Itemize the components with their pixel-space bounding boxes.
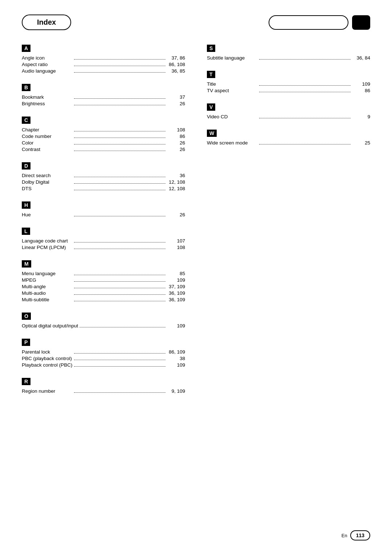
entry-name: Menu language xyxy=(22,271,73,276)
entry-dots xyxy=(74,366,166,367)
index-entry: Linear PCM (LPCM)108 xyxy=(22,245,185,250)
entry-page: 86 xyxy=(352,88,370,93)
index-entry: Video CD9 xyxy=(207,114,370,119)
entry-page: 109 xyxy=(352,81,370,87)
entry-name: Bookmark xyxy=(22,94,73,100)
section-letter-b: B xyxy=(22,84,30,91)
section-letter-r: R xyxy=(22,378,30,385)
entry-page: 36, 85 xyxy=(167,68,185,74)
entry-dots xyxy=(74,72,166,73)
header-black-box xyxy=(352,15,370,30)
entry-page: 109 xyxy=(167,277,185,283)
entry-name: Optical digital output/input xyxy=(22,323,78,328)
section-letter-l: L xyxy=(22,228,30,235)
index-entry: Direct search36 xyxy=(22,173,185,178)
index-entry: Chapter108 xyxy=(22,127,185,132)
section-letter-s: S xyxy=(207,45,215,52)
entry-dots xyxy=(74,242,166,242)
header-pill xyxy=(269,15,348,30)
entry-page: 109 xyxy=(167,323,185,328)
entry-page: 9, 109 xyxy=(167,388,185,394)
index-title: Index xyxy=(22,15,71,30)
entry-dots xyxy=(74,294,166,295)
entry-page: 86, 109 xyxy=(167,349,185,355)
entry-page: 86 xyxy=(167,134,185,139)
entry-dots xyxy=(74,59,166,60)
entry-page: 36, 109 xyxy=(167,290,185,296)
entry-dots xyxy=(259,118,351,118)
entry-page: 86, 108 xyxy=(167,62,185,67)
entry-page: 26 xyxy=(167,140,185,146)
entry-page: 109 xyxy=(167,362,185,368)
entry-name: Code number xyxy=(22,134,73,139)
section-b: BBookmark37Brightness26 xyxy=(22,84,185,106)
section-o: OOptical digital output/input109 xyxy=(22,313,185,328)
entry-name: Multi-subtitle xyxy=(22,297,73,302)
index-entry: Bookmark37 xyxy=(22,94,185,100)
index-entry: Wide screen mode25 xyxy=(207,140,370,146)
section-l: LLanguage code chart107Linear PCM (LPCM)… xyxy=(22,228,185,250)
section-letter-c: C xyxy=(22,117,30,124)
entry-name: Brightness xyxy=(22,101,73,106)
entry-name: Contrast xyxy=(22,147,73,152)
entry-page: 37, 86 xyxy=(167,55,185,61)
entry-page: 26 xyxy=(167,101,185,106)
entry-dots xyxy=(74,144,166,144)
entry-name: DTS xyxy=(22,186,73,191)
entry-dots xyxy=(74,353,166,354)
entry-page: 25 xyxy=(352,140,370,146)
index-entry: Language code chart107 xyxy=(22,238,185,244)
entry-name: MPEG xyxy=(22,277,73,283)
entry-page: 26 xyxy=(167,212,185,217)
section-r: RRegion number9, 109 xyxy=(22,378,185,394)
entry-dots xyxy=(259,85,351,86)
entry-name: Subtitle language xyxy=(207,55,258,61)
entry-dots xyxy=(74,392,166,393)
entry-name: Color xyxy=(22,140,73,146)
section-p: PParental lock86, 109PBC (playback contr… xyxy=(22,339,185,368)
section-letter-h: H xyxy=(22,201,30,209)
page: Index AAngle icon37, 86Aspect ratio86, 1… xyxy=(0,0,392,555)
entry-name: Aspect ratio xyxy=(22,62,73,67)
index-entry: Color26 xyxy=(22,140,185,146)
section-c: CChapter108Code number86Color26Contrast2… xyxy=(22,117,185,152)
index-entry: Parental lock86, 109 xyxy=(22,349,185,355)
entry-name: Angle icon xyxy=(22,55,73,61)
entry-dots xyxy=(74,190,166,190)
entry-dots xyxy=(74,131,166,131)
entry-dots xyxy=(74,288,166,288)
entry-page: 36, 109 xyxy=(167,297,185,302)
entry-name: Hue xyxy=(22,212,73,217)
section-a: AAngle icon37, 86Aspect ratio86, 108Audi… xyxy=(22,45,185,74)
index-entry: Aspect ratio86, 108 xyxy=(22,62,185,67)
entry-dots xyxy=(74,216,166,216)
entry-name: Direct search xyxy=(22,173,73,178)
entry-name: Video CD xyxy=(207,114,258,119)
index-entry: Angle icon37, 86 xyxy=(22,55,185,61)
index-entry: MPEG109 xyxy=(22,277,185,283)
section-letter-v: V xyxy=(207,103,215,111)
entry-dots xyxy=(74,281,166,282)
index-entry: Brightness26 xyxy=(22,101,185,106)
entry-name: Parental lock xyxy=(22,349,73,355)
index-entry: Subtitle language36, 84 xyxy=(207,55,370,61)
entry-name: Wide screen mode xyxy=(207,140,258,146)
entry-page: 107 xyxy=(167,238,185,244)
entry-name: TV aspect xyxy=(207,88,258,93)
index-entry: Audio language36, 85 xyxy=(22,68,185,74)
entry-name: Dolby Digital xyxy=(22,179,73,185)
entry-name: Chapter xyxy=(22,127,73,132)
index-entry: Region number9, 109 xyxy=(22,388,185,394)
section-s: SSubtitle language36, 84 xyxy=(207,45,370,61)
entry-page: 37, 109 xyxy=(167,284,185,289)
entry-page: 36 xyxy=(167,173,185,178)
page-number: 113 xyxy=(350,530,370,540)
entry-page: 38 xyxy=(167,356,185,361)
entry-name: Playback control (PBC) xyxy=(22,362,73,368)
entry-page: 26 xyxy=(167,147,185,152)
index-entry: DTS12, 108 xyxy=(22,186,185,191)
entry-name: Language code chart xyxy=(22,238,73,244)
entry-dots xyxy=(259,92,351,92)
entry-page: 108 xyxy=(167,127,185,132)
index-columns: AAngle icon37, 86Aspect ratio86, 108Audi… xyxy=(22,45,370,404)
